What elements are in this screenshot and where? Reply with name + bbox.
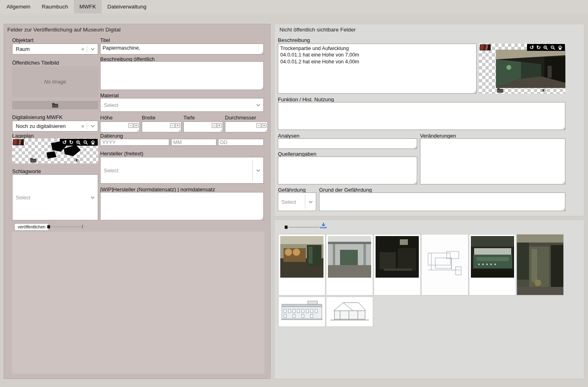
object-image-viewer[interactable]: ↺ ↻ [479, 44, 565, 94]
paper-machine-aisle-photo[interactable] [517, 234, 563, 295]
titelbild-browse-button[interactable] [12, 101, 98, 109]
slider-track[interactable] [50, 226, 82, 227]
digitalisierung-select[interactable]: Noch zu digitalisieren × [12, 121, 98, 132]
building-section-drawing[interactable] [326, 297, 373, 326]
schlagworte-label: Schlagworte [12, 168, 41, 174]
veraenderungen-label: Veränderungen [420, 133, 456, 139]
publish-button[interactable]: veröffentlichen [14, 223, 49, 231]
rotate-left-icon[interactable]: ↺ [529, 45, 534, 50]
dark-machine-room-photo[interactable] [374, 234, 420, 295]
increment-button[interactable]: + [134, 123, 139, 128]
hersteller-normdatensatz-input[interactable] [100, 192, 264, 220]
zoom-out-icon[interactable] [83, 140, 88, 145]
stepper: - + [128, 123, 139, 128]
folder-icon[interactable] [30, 157, 37, 163]
titel-input[interactable]: Papiermaschine, [100, 44, 264, 54]
material-select[interactable]: Select [100, 98, 264, 112]
decrement-button[interactable]: - [128, 123, 133, 128]
public-fields-panel: Felder zur Veröffentlichung auf Museum D… [4, 24, 270, 379]
tab-allgemein[interactable]: Allgemein [1, 0, 36, 13]
lageplan-mini-thumbnail[interactable] [13, 139, 24, 145]
zoom-in-icon[interactable] [543, 45, 548, 50]
veraenderungen-input[interactable] [420, 138, 565, 184]
internal-fields-panel: Nicht öffentlich sichtbare Felder Beschr… [275, 24, 584, 216]
lageplan-label: Lageplan [12, 133, 34, 139]
slider-end-tick [82, 225, 83, 228]
increment-button[interactable]: + [217, 123, 222, 128]
control-panel-photo[interactable] [469, 234, 516, 295]
analysen-input[interactable] [278, 138, 417, 149]
hersteller-select[interactable]: Select [100, 157, 264, 184]
right-panel-title: Nicht öffentlich sichtbare Felder [279, 27, 356, 33]
chevron-down-icon[interactable] [87, 48, 98, 50]
decrement-button[interactable]: - [212, 123, 216, 128]
day-input[interactable] [218, 139, 264, 146]
schlagworte-placeholder: Select [13, 195, 87, 201]
beschreibung-oeffentlich-input[interactable] [100, 61, 264, 90]
titel-label: Titel [100, 37, 110, 43]
zoom-in-icon[interactable] [76, 140, 81, 145]
slider-handle[interactable] [285, 226, 288, 229]
funktion-input[interactable] [278, 102, 565, 130]
tab-mwfk[interactable]: MWFK [74, 0, 102, 13]
dimension-field-hoehe: Höhe - + [100, 115, 140, 132]
titelbild-label: Öffentliches Titelbild [12, 60, 59, 66]
tab-dateiverwaltung[interactable]: Dateiverwaltung [102, 0, 152, 13]
decrement-button[interactable]: - [170, 123, 175, 128]
increment-button[interactable]: + [262, 123, 267, 128]
home-icon[interactable] [558, 45, 563, 50]
thumbnail-image [280, 236, 323, 278]
lageplan-viewer[interactable]: ↺ ↻ [12, 138, 98, 163]
rotate-right-icon[interactable]: ↻ [536, 45, 541, 50]
analysen-label: Analysen [278, 133, 299, 139]
chevron-down-icon[interactable] [253, 104, 263, 107]
paper-machine-hall-photo[interactable] [279, 234, 325, 295]
rotate-right-icon[interactable]: ↻ [69, 140, 74, 145]
objektart-select[interactable]: Raum × [12, 44, 98, 54]
eye-icon[interactable] [540, 88, 546, 92]
viewer-mini-thumbnail[interactable] [480, 44, 491, 50]
chevron-down-icon[interactable] [305, 201, 316, 203]
folder-icon[interactable] [497, 88, 504, 93]
floor-plan-drawing[interactable] [422, 234, 468, 295]
eye-icon[interactable] [74, 158, 80, 162]
chevron-down-icon[interactable] [87, 125, 98, 128]
slider-handle[interactable] [47, 225, 50, 228]
zoom-out-icon[interactable] [550, 45, 555, 50]
year-input[interactable] [100, 139, 169, 146]
object-photo [496, 50, 565, 88]
beschreibung-input[interactable]: Trockenpartie und Aufwicklung 04.0.01.1 … [278, 44, 477, 94]
material-placeholder: Select [101, 102, 253, 108]
image-toolbar: ↺ ↻ [60, 139, 98, 146]
month-input[interactable] [171, 139, 216, 146]
chevron-down-icon[interactable] [253, 169, 263, 172]
breite-input-box: - + [142, 121, 181, 132]
increment-button[interactable]: + [175, 123, 180, 128]
titelbild-empty-preview: No Image [12, 66, 98, 97]
gefaehrdung-select[interactable]: Select [278, 192, 316, 211]
tab-raumbuch[interactable]: Raumbuch [36, 0, 74, 13]
grund-gefaehrdung-input[interactable] [319, 192, 565, 211]
hersteller-normdatensatz-label: [WIP]Hersteller (Normdatensatz) | normda… [100, 186, 215, 192]
rotate-left-icon[interactable]: ↺ [62, 140, 67, 145]
breite-label: Breite [142, 115, 181, 121]
dimension-field-breite: Breite - + [142, 115, 181, 132]
clear-icon[interactable]: × [79, 46, 87, 52]
clear-icon[interactable]: × [79, 123, 87, 129]
folder-icon [52, 103, 59, 108]
thumbnail-gallery [279, 234, 582, 328]
schlagworte-select[interactable]: Select [12, 174, 98, 220]
decrement-button[interactable]: - [256, 123, 261, 128]
slider-track[interactable] [288, 227, 320, 228]
tab-bar: Allgemein Raumbuch MWFK Dateiverwaltung [0, 0, 588, 13]
home-icon[interactable] [90, 140, 95, 145]
factory-hall-photo[interactable] [326, 234, 373, 295]
chevron-down-icon[interactable] [87, 196, 98, 199]
quellenangaben-input[interactable] [278, 157, 417, 184]
gallery-row [279, 234, 582, 295]
download-icon[interactable] [320, 222, 327, 228]
stepper: - + [170, 123, 180, 128]
thumbnail-image [423, 236, 466, 293]
material-label: Material [100, 92, 119, 98]
building-elevation-drawing[interactable] [279, 297, 325, 326]
